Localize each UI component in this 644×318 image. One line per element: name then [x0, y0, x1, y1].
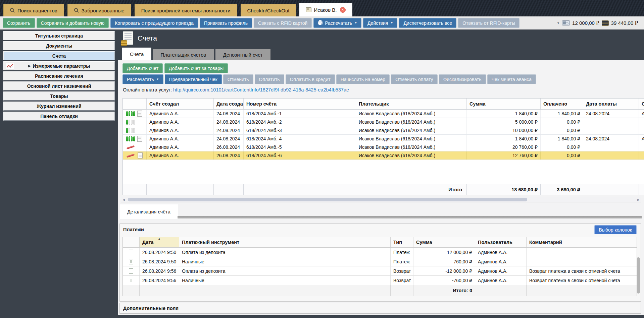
- payment-instrument: Оплата из депозита: [179, 248, 391, 257]
- online-pay-link[interactable]: http://quirco.com:10101/cartContentInfo/…: [173, 87, 349, 92]
- additional-fields-section[interactable]: Дополнительные поля: [119, 303, 641, 314]
- sort-asc-icon[interactable]: ▲: [158, 237, 161, 240]
- invoice-row[interactable]: Админов А.А. 24.08.2024 618/2024 Амб.-2 …: [123, 118, 644, 126]
- total-cell: [244, 184, 356, 195]
- invoice-extra: [639, 126, 644, 134]
- scroll-left-icon[interactable]: ◀: [122, 197, 125, 202]
- choose-columns-button[interactable]: Выбор колонок: [594, 225, 637, 234]
- toolbar-button[interactable]: Распечатать ▼: [313, 18, 361, 28]
- invoice-paid: 0,00 ₽: [541, 118, 583, 126]
- top-tab[interactable]: CheckIn/CheckOut: [241, 4, 296, 16]
- sidebar-item[interactable]: ▶ Счета: [3, 51, 115, 60]
- invoice-paid-date: 24.08.2024: [583, 110, 639, 118]
- invoice-action-button[interactable]: Оплатить ▼: [255, 74, 284, 84]
- toolbar-button[interactable]: Сохранить ▼: [3, 18, 35, 28]
- payments-column-header-sum[interactable]: Сумма: [413, 237, 475, 247]
- file-icon: [129, 268, 133, 274]
- payment-doc-cell: [123, 257, 140, 266]
- toolbar-button[interactable]: Связать с RFID картой ▼: [254, 18, 312, 28]
- detail-tab-row: Детализация счёта: [120, 204, 644, 220]
- vertical-scrollbar-thumb[interactable]: [637, 257, 640, 294]
- payments-column-header-type[interactable]: Тип: [391, 237, 413, 247]
- column-header-paid[interactable]: Оплачено: [541, 99, 583, 109]
- invoice-action-button[interactable]: Отменить ▼: [223, 74, 253, 84]
- toolbar-button[interactable]: Сохранить и добавить новую ▼: [37, 18, 109, 28]
- invoice-action-button[interactable]: Начислить на номер ▼: [336, 74, 390, 84]
- sidebar-item[interactable]: ▶ Товары: [3, 91, 115, 101]
- section-tab[interactable]: Плательщик счетов: [153, 49, 214, 60]
- column-header-cut[interactable]: С: [639, 99, 644, 109]
- payment-row[interactable]: 26.08.2024 9:50 Оплата из депозита Плате…: [123, 248, 637, 257]
- invoice-action-button[interactable]: Фискализировать ▼: [439, 74, 486, 84]
- deposit-amount: 12 000,00 ₽: [572, 20, 599, 26]
- toolbar-button-label: Распечатать: [325, 20, 352, 26]
- invoice-created-date: 26.08.2024: [214, 151, 244, 160]
- sidebar-item[interactable]: ▶ Журнал изменений: [3, 102, 115, 111]
- search-icon: [74, 8, 79, 13]
- add-invoice-button[interactable]: Добавить счёт: [122, 63, 163, 73]
- payment-row[interactable]: 26.08.2024 9:50 Наличные Платеж 760,00 ₽…: [123, 257, 637, 266]
- sidebar-item[interactable]: ▶ Документы: [3, 41, 115, 50]
- section-tab[interactable]: Депозитный счет: [215, 49, 270, 60]
- invoice-action-button[interactable]: Чек зачёта аванса ▼: [487, 74, 536, 84]
- section-tabs: Счета Плательщик счетов Депозитный счет: [122, 48, 270, 60]
- column-header-number[interactable]: Номер счёта: [244, 99, 356, 109]
- close-icon[interactable]: [340, 7, 346, 13]
- column-header-paid-date[interactable]: Дата оплаты: [583, 99, 639, 109]
- invoice-action-button[interactable]: Отменить оплату ▼: [391, 74, 437, 84]
- payments-column-header[interactable]: [123, 237, 140, 247]
- sidebar-item[interactable]: ▶ Титульная страница: [3, 31, 115, 40]
- chevron-down-icon: ▼: [390, 21, 393, 24]
- invoice-action-button[interactable]: Оплатить в кредит ▼: [286, 74, 335, 84]
- column-header[interactable]: [123, 99, 147, 109]
- horizontal-scrollbar[interactable]: ◀ ▶: [121, 197, 641, 202]
- expand-arrow-icon[interactable]: ▶: [28, 64, 31, 68]
- invoice-action-button[interactable]: Предварительный чек ▼: [165, 74, 222, 84]
- payment-row[interactable]: 26.08.2024 9:56 Оплата из депозита Возвр…: [123, 266, 637, 276]
- invoice-row[interactable]: Админов А.А. 26.08.2024 618/2024 Амб.-5 …: [123, 143, 644, 151]
- toolbar-overflow-icon[interactable]: ▾: [557, 21, 559, 25]
- top-tab[interactable]: Поиск профилей системы лояльности: [135, 4, 237, 16]
- invoice-action-button[interactable]: Распечатать ▼: [122, 74, 163, 84]
- payments-column-header-instrument[interactable]: Платежный инструмент: [179, 237, 391, 247]
- column-header-payer[interactable]: Плательщик: [356, 99, 467, 109]
- column-header-creator[interactable]: Счёт создал: [147, 99, 214, 109]
- payments-column-header-user[interactable]: Пользователь: [475, 237, 527, 247]
- top-tab[interactable]: Забронированные: [67, 4, 131, 16]
- total-cell: [583, 184, 639, 195]
- invoice-payer: Исаков Владислав (618/2024 Амб.): [356, 126, 467, 134]
- section-tab[interactable]: Счета: [122, 48, 151, 60]
- file-icon: [129, 259, 133, 264]
- sidebar-item[interactable]: ▶ Расписание лечения: [3, 71, 115, 80]
- toolbar-button[interactable]: Копировать с предыдущего приезда ▼: [110, 18, 198, 28]
- invoice-row[interactable]: Админов А.А. 26.08.2024 618/2024 Амб.-6 …: [123, 151, 644, 160]
- sidebar-item[interactable]: ▶ Панель отладки: [3, 112, 115, 121]
- tab-invoice-details[interactable]: Детализация счёта: [120, 204, 178, 219]
- top-tab[interactable]: Исаков В.: [299, 3, 352, 16]
- scroll-right-icon[interactable]: ▶: [637, 197, 640, 202]
- toolbar-button[interactable]: Действия ▼: [363, 18, 397, 28]
- payment-sum: -12 000,00 ₽: [413, 266, 475, 275]
- column-header-created[interactable]: Дата создани: [214, 99, 244, 109]
- invoices-total-row: Итого: 18 680,00 ₽ 3 680,00 ₽: [123, 184, 644, 195]
- payment-row[interactable]: 26.08.2024 9:56 Наличные Возврат -760,00…: [123, 276, 637, 285]
- invoice-row[interactable]: Админов А.А. 24.08.2024 618/2024 Амб.-1 …: [123, 110, 644, 118]
- payment-date: 26.08.2024 9:56: [140, 266, 179, 275]
- sidebar-item[interactable]: ▶ Измеряемые параметры: [3, 61, 115, 70]
- sidebar-item-label: Документы: [46, 43, 72, 49]
- column-header-sum[interactable]: Сумма: [467, 99, 541, 109]
- invoice-payer: Исаков Владислав (618/2024 Амб.): [356, 118, 467, 126]
- invoice-row[interactable]: Админов А.А. 24.08.2024 618/2024 Амб.-3 …: [123, 126, 644, 135]
- top-tab[interactable]: Поиск пациентов: [3, 4, 64, 16]
- toolbar-button[interactable]: Привязать профиль ▼: [200, 18, 252, 28]
- payments-column-header-comment[interactable]: Комментарий: [527, 237, 637, 247]
- toolbar-button[interactable]: Диспетчеризовать все ▼: [399, 18, 456, 28]
- payments-column-header-date[interactable]: ▲ Дата: [140, 237, 179, 247]
- total-sum: 18 680,00 ₽: [467, 184, 541, 195]
- scrollbar-thumb[interactable]: [128, 198, 527, 201]
- toolbar-button[interactable]: Отвязать от RFID-карты ▼: [458, 18, 519, 28]
- invoice-row[interactable]: Админов А.А. 24.08.2024 618/2024 Амб.-4 …: [123, 135, 644, 143]
- sidebar-item[interactable]: ▶ Основной лист назначений: [3, 81, 115, 90]
- invoice-number: 618/2024 Амб.-5: [244, 143, 356, 151]
- add-invoice-button[interactable]: Добавить счёт за товары: [164, 63, 228, 73]
